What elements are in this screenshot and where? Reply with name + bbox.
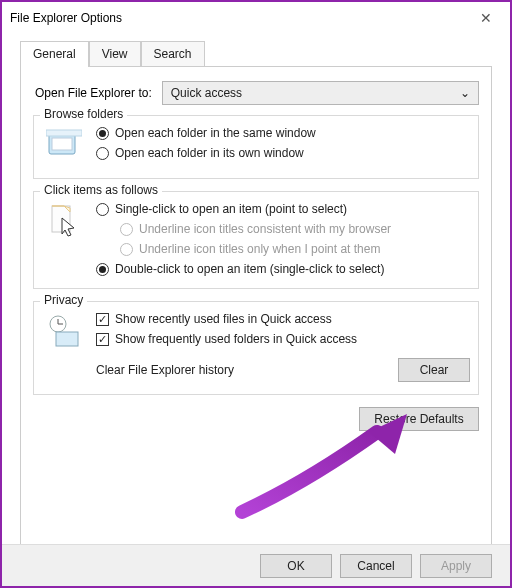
open-explorer-row: Open File Explorer to: Quick access ⌄ (35, 81, 479, 105)
apply-button: Apply (420, 554, 492, 578)
group-privacy: Privacy ✓ Show recently used files in Qu… (33, 301, 479, 395)
checkbox-label: Show recently used files in Quick access (115, 312, 332, 326)
radio-underline-browser: Underline icon titles consistent with my… (120, 222, 470, 236)
restore-row: Restore Defaults (33, 407, 479, 431)
file-cursor-icon (42, 202, 86, 242)
radio-icon (96, 127, 109, 140)
radio-label: Underline icon titles consistent with my… (139, 222, 391, 236)
svg-rect-9 (56, 332, 78, 346)
radio-double-click[interactable]: Double-click to open an item (single-cli… (96, 262, 470, 276)
clear-button[interactable]: Clear (398, 358, 470, 382)
radio-label: Open each folder in the same window (115, 126, 316, 140)
tab-panel-general: Open File Explorer to: Quick access ⌄ Br… (20, 66, 492, 556)
window-title: File Explorer Options (10, 11, 470, 25)
svg-rect-1 (52, 138, 72, 150)
checkbox-icon: ✓ (96, 333, 109, 346)
group-click-items: Click items as follows Single-click to o… (33, 191, 479, 289)
radio-underline-point: Underline icon titles only when I point … (120, 242, 470, 256)
radio-icon (96, 203, 109, 216)
group-browse-folders: Browse folders Open each folder in the s… (33, 115, 479, 179)
check-frequent-folders[interactable]: ✓ Show frequently used folders in Quick … (96, 332, 470, 346)
check-recent-files[interactable]: ✓ Show recently used files in Quick acce… (96, 312, 470, 326)
radio-own-window[interactable]: Open each folder in its own window (96, 146, 470, 160)
clear-history-row: Clear File Explorer history Clear (96, 358, 470, 382)
radio-single-click[interactable]: Single-click to open an item (point to s… (96, 202, 470, 216)
chevron-down-icon: ⌄ (460, 86, 470, 100)
close-icon[interactable]: ✕ (470, 10, 502, 26)
combo-value: Quick access (171, 86, 242, 100)
dialog-footer: OK Cancel Apply (2, 544, 510, 586)
tab-view[interactable]: View (89, 41, 141, 67)
privacy-icon (42, 312, 86, 352)
titlebar: File Explorer Options ✕ (2, 2, 510, 34)
radio-label: Double-click to open an item (single-cli… (115, 262, 384, 276)
tabs: General View Search (20, 40, 510, 66)
clear-history-label: Clear File Explorer history (96, 363, 398, 377)
radio-label: Single-click to open an item (point to s… (115, 202, 347, 216)
radio-label: Underline icon titles only when I point … (139, 242, 380, 256)
checkbox-icon: ✓ (96, 313, 109, 326)
open-explorer-combo[interactable]: Quick access ⌄ (162, 81, 479, 105)
radio-icon (96, 263, 109, 276)
radio-icon (96, 147, 109, 160)
group-title-privacy: Privacy (40, 293, 87, 307)
svg-rect-2 (46, 130, 82, 136)
radio-icon (120, 243, 133, 256)
radio-icon (120, 223, 133, 236)
cancel-button[interactable]: Cancel (340, 554, 412, 578)
group-title-click: Click items as follows (40, 183, 162, 197)
group-title-browse: Browse folders (40, 107, 127, 121)
checkbox-label: Show frequently used folders in Quick ac… (115, 332, 357, 346)
tab-general[interactable]: General (20, 41, 89, 67)
radio-label: Open each folder in its own window (115, 146, 304, 160)
tab-search[interactable]: Search (141, 41, 205, 67)
ok-button[interactable]: OK (260, 554, 332, 578)
folders-icon (42, 126, 86, 166)
restore-defaults-button[interactable]: Restore Defaults (359, 407, 479, 431)
radio-same-window[interactable]: Open each folder in the same window (96, 126, 470, 140)
open-explorer-label: Open File Explorer to: (35, 86, 152, 100)
